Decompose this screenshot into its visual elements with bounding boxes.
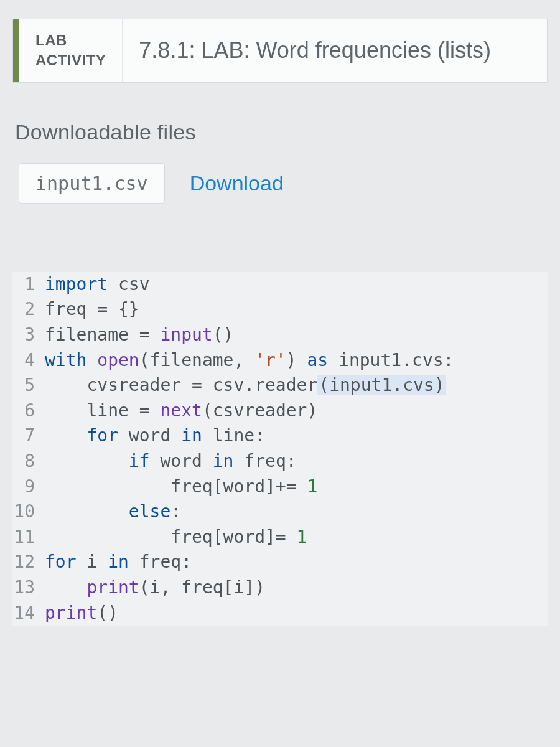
- line-number: 13: [12, 575, 45, 601]
- page-root: LAB ACTIVITY 7.8.1: LAB: Word frequencie…: [0, 0, 560, 638]
- code-content[interactable]: for i in freq:: [45, 550, 192, 575]
- code-editor[interactable]: 1import csv2freq = {}3filename = input()…: [12, 272, 548, 626]
- code-content[interactable]: for word in line:: [45, 423, 265, 449]
- lab-title: 7.8.1: LAB: Word frequencies (lists): [123, 19, 507, 82]
- code-line[interactable]: 7 for word in line:: [12, 423, 548, 449]
- code-content[interactable]: with open(filename, 'r') as input1.cvs:: [45, 348, 454, 374]
- code-line[interactable]: 5 cvsreader = csv.reader(input1.cvs): [12, 373, 548, 398]
- code-content[interactable]: import csv: [45, 272, 150, 298]
- download-link[interactable]: Download: [190, 171, 284, 195]
- lab-accent-bar: [13, 19, 19, 82]
- downloads-section-title: Downloadable files: [15, 120, 548, 144]
- line-number: 11: [12, 525, 45, 550]
- code-content[interactable]: freq = {}: [45, 297, 139, 322]
- code-line[interactable]: 13 print(i, freq[i]): [12, 575, 548, 601]
- code-content[interactable]: print(): [45, 601, 118, 626]
- lab-header: LAB ACTIVITY 7.8.1: LAB: Word frequencie…: [12, 19, 548, 83]
- code-content[interactable]: freq[word]+= 1: [45, 474, 317, 500]
- code-content[interactable]: if word in freq:: [45, 449, 297, 474]
- lab-label-line2: ACTIVITY: [35, 50, 106, 70]
- lab-label: LAB ACTIVITY: [19, 19, 123, 82]
- code-line[interactable]: 1import csv: [12, 272, 548, 298]
- line-number: 12: [12, 550, 45, 575]
- code-line[interactable]: 4with open(filename, 'r') as input1.cvs:: [12, 348, 548, 374]
- code-line[interactable]: 8 if word in freq:: [12, 449, 548, 474]
- line-number: 9: [12, 474, 45, 500]
- line-number: 4: [12, 348, 45, 374]
- code-line[interactable]: 2freq = {}: [12, 297, 548, 322]
- line-number: 2: [12, 297, 45, 322]
- line-number: 3: [12, 322, 45, 348]
- code-content[interactable]: print(i, freq[i]): [45, 575, 265, 601]
- code-content[interactable]: filename = input(): [45, 322, 233, 348]
- code-line[interactable]: 12for i in freq:: [12, 550, 548, 575]
- code-line[interactable]: 3filename = input(): [12, 322, 548, 348]
- line-number: 8: [12, 449, 45, 474]
- download-row: input1.csv Download: [19, 163, 548, 204]
- code-line[interactable]: 9 freq[word]+= 1: [12, 474, 548, 500]
- code-line[interactable]: 14print(): [12, 601, 548, 626]
- code-content[interactable]: line = next(csvreader): [45, 398, 317, 424]
- line-number: 5: [12, 373, 45, 398]
- line-number: 7: [12, 423, 45, 449]
- line-number: 1: [12, 272, 45, 298]
- file-chip: input1.csv: [19, 163, 165, 204]
- code-line[interactable]: 10 else:: [12, 499, 548, 525]
- line-number: 14: [12, 601, 45, 626]
- line-number: 6: [12, 398, 45, 424]
- code-line[interactable]: 6 line = next(csvreader): [12, 398, 548, 424]
- code-content[interactable]: else:: [45, 499, 181, 525]
- line-number: 10: [12, 499, 45, 525]
- lab-label-line1: LAB: [35, 31, 106, 50]
- code-line[interactable]: 11 freq[word]= 1: [12, 525, 548, 550]
- code-content[interactable]: freq[word]= 1: [45, 525, 307, 550]
- code-content[interactable]: cvsreader = csv.reader(input1.cvs): [45, 373, 446, 398]
